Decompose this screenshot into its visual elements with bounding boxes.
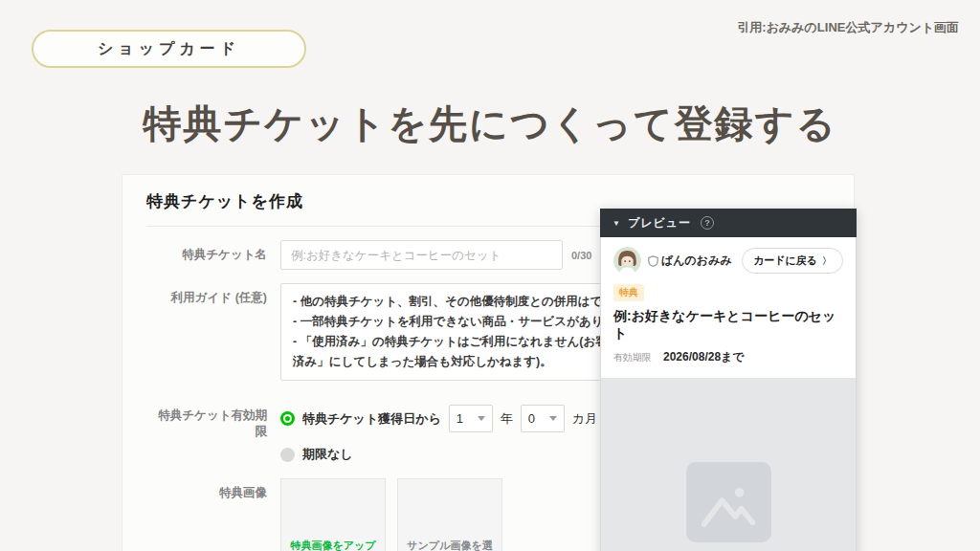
chevron-down-icon (549, 416, 557, 421)
preview-ticket-title: 例:お好きなケーキとコーヒーのセット (613, 308, 843, 342)
usage-guide-label: 利用ガイド (任意) (146, 283, 280, 381)
back-to-card-button[interactable]: カードに戻る 〉 (742, 248, 843, 274)
image-placeholder-icon (686, 462, 771, 542)
year-unit: 年 (501, 410, 513, 428)
citation-text: 引用:おみみのLINE公式アカウント画面 (737, 19, 959, 36)
collapse-caret-icon[interactable]: ▼ (612, 219, 620, 228)
help-icon[interactable]: ? (701, 216, 714, 230)
char-counter: 0/30 (571, 250, 591, 261)
slide: ショップカード 引用:おみみのLINE公式アカウント画面 特典チケットを先につく… (0, 0, 980, 551)
category-badge-label: ショップカード (98, 39, 240, 59)
radio-unselected-icon (280, 448, 295, 462)
expiry-from-label: 特典チケット獲得日から (302, 410, 441, 428)
category-badge: ショップカード (32, 30, 306, 68)
benefit-image-label: 特典画像 (146, 478, 280, 551)
preview-title: プレビュー (628, 215, 691, 231)
back-to-card-label: カードに戻る (753, 253, 817, 268)
account-name: ぱんのおみみ (661, 253, 732, 269)
sample-image-button[interactable]: サンプル画像を選択 (397, 478, 502, 551)
account-avatar (613, 247, 641, 275)
preview-expiry: 有効期限 2026/08/28まで (613, 349, 843, 365)
expiry-none-label: 期限なし (302, 446, 353, 463)
year-select[interactable]: 1 (449, 405, 493, 432)
expiry-label: 特典チケット有効期限 (146, 398, 280, 463)
chevron-down-icon (478, 416, 485, 421)
benefit-badge: 特典 (613, 284, 644, 301)
preview-expiry-label: 有効期限 (613, 351, 652, 364)
shield-icon (648, 255, 658, 267)
page-title: 特典チケットを先につくって登録する (0, 98, 980, 150)
month-unit: カ月 (572, 410, 597, 428)
month-select[interactable]: 0 (521, 405, 565, 432)
preview-expiry-value: 2026/08/28まで (663, 349, 745, 365)
radio-selected-icon (280, 411, 295, 426)
ticket-name-label: 特典チケット名 (146, 240, 280, 270)
upload-image-button[interactable]: 特典画像をアップロード (280, 478, 386, 551)
preview-panel: ▼ プレビュー ? (600, 209, 857, 551)
month-value: 0 (528, 411, 535, 426)
chevron-right-icon: 〉 (822, 254, 832, 268)
preview-image-area (600, 378, 857, 551)
ticket-name-input[interactable] (280, 240, 563, 270)
preview-header: ▼ プレビュー ? (600, 209, 857, 237)
year-value: 1 (457, 411, 463, 426)
preview-card: ぱんのおみみ カードに戻る 〉 特典 例:お好きなケーキとコーヒーのセット 有効… (600, 237, 857, 378)
